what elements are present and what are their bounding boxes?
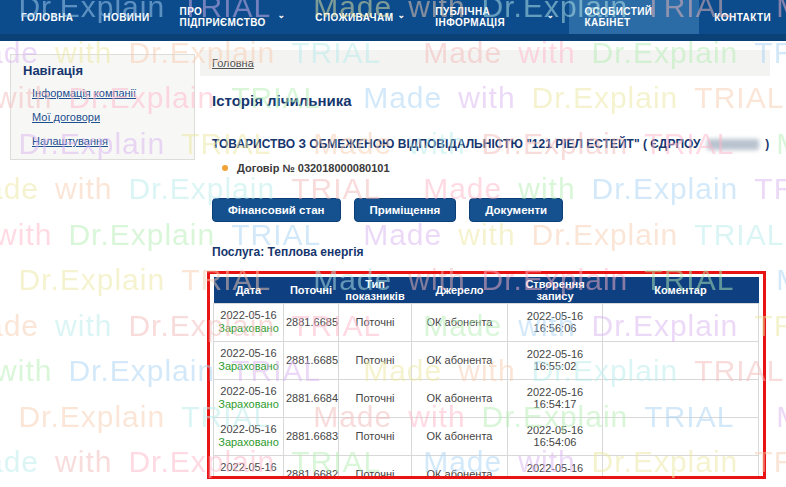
cell-type: Поточні — [339, 341, 412, 379]
cell-source: ОК абонента — [412, 455, 508, 479]
status-credited: Зараховано — [216, 322, 281, 335]
table-row: 2022-05-16Зараховано2881.6685ПоточніОК а… — [214, 303, 759, 341]
breadcrumb: Головна — [200, 50, 770, 76]
nav-item[interactable]: ПУБЛІЧНА ІНФОРМАЦІЯ⌄ — [420, 0, 569, 34]
sidebar-title: Навігація — [23, 63, 182, 78]
cell-comment — [603, 341, 759, 379]
tab-button[interactable]: Фінансовий стан — [212, 198, 341, 222]
watermark-row: MadewithDr.ExplainTRIALMadewithDr.Explai… — [0, 218, 786, 252]
cell-type: Поточні — [339, 417, 412, 455]
meter-history-table: ДатаПоточніТип показниківДжерелоСтворенн… — [213, 277, 759, 479]
cell-type: Поточні — [339, 303, 412, 341]
edrpou-masked-value — [707, 139, 759, 150]
nav-item[interactable]: СПОЖИВАЧАМ⌄ — [300, 0, 420, 34]
status-credited: Зараховано — [216, 360, 281, 373]
column-header: Створення запису — [508, 277, 603, 303]
cell-date: 2022-05-16Зараховано — [214, 455, 284, 479]
cell-value: 2881.6685 — [284, 303, 339, 341]
company-heading: ТОВАРИСТВО З ОБМЕЖЕНОЮ ВІДПОВІДАЛЬНІСТЮ … — [212, 137, 769, 151]
status-credited: Зараховано — [216, 398, 281, 411]
column-header: Коментар — [603, 277, 759, 303]
cell-source: ОК абонента — [412, 303, 508, 341]
cell-value: 2881.6684 — [284, 379, 339, 417]
company-name: ТОВАРИСТВО З ОБМЕЖЕНОЮ ВІДПОВІДАЛЬНІСТЮ … — [212, 137, 701, 151]
table-row: 2022-05-16Зараховано2881.6684ПоточніОК а… — [214, 379, 759, 417]
cell-type: Поточні — [339, 379, 412, 417]
nav-item[interactable]: ПРО ПІДПРИЄМСТВО⌄ — [165, 0, 301, 34]
highlight-rectangle: ДатаПоточніТип показниківДжерелоСтворенн… — [207, 271, 766, 479]
cell-comment — [603, 379, 759, 417]
table-header-row: ДатаПоточніТип показниківДжерелоСтворенн… — [214, 277, 759, 303]
cell-source: ОК абонента — [412, 417, 508, 455]
chevron-down-icon: ⌄ — [397, 10, 405, 20]
page-title: Історія лічильника — [212, 92, 352, 109]
cell-value: 2881.6683 — [284, 417, 339, 455]
sidebar-link[interactable]: Інформація компанії — [32, 87, 182, 99]
column-header: Дата — [214, 277, 284, 303]
cell-date: 2022-05-16Зараховано — [214, 341, 284, 379]
cell-value: 2881.6685 — [284, 341, 339, 379]
chevron-down-icon: ⌄ — [546, 10, 554, 20]
cell-type: Поточні — [339, 455, 412, 479]
cell-value: 2881.6682 — [284, 455, 339, 479]
table-body: 2022-05-16Зараховано2881.6685ПоточніОК а… — [214, 303, 759, 479]
breadcrumb-home-link[interactable]: Головна — [212, 57, 254, 69]
sidebar-link[interactable]: Налаштування — [32, 135, 182, 147]
cell-date: 2022-05-16Зараховано — [214, 417, 284, 455]
sidebar-link[interactable]: Мої договори — [32, 111, 182, 123]
cell-created: 2022-05-16 16:53:54 — [508, 455, 603, 479]
tab-button[interactable]: Приміщення — [354, 198, 457, 222]
sidebar-links: Інформація компаніїМої договориНалаштува… — [23, 87, 182, 147]
cell-created: 2022-05-16 16:54:06 — [508, 417, 603, 455]
table-row: 2022-05-16Зараховано2881.6683ПоточніОК а… — [214, 417, 759, 455]
nav-item[interactable]: ГОЛОВНА — [6, 0, 88, 34]
top-nav: ГОЛОВНАНОВИНИПРО ПІДПРИЄМСТВО⌄СПОЖИВАЧАМ… — [0, 0, 786, 34]
cell-created: 2022-05-16 16:54:17 — [508, 379, 603, 417]
action-buttons: Фінансовий станПриміщенняДокументи — [212, 198, 563, 222]
company-suffix: ) — [765, 137, 769, 151]
bullet-icon — [222, 165, 228, 171]
cell-comment — [603, 455, 759, 479]
table-row: 2022-05-16Зараховано2881.6685ПоточніОК а… — [214, 341, 759, 379]
cell-comment — [603, 303, 759, 341]
nav-item[interactable]: ОСОБИСТИЙ КАБІНЕТ — [569, 0, 699, 34]
cell-created: 2022-05-16 16:56:06 — [508, 303, 603, 341]
top-nav-strip — [0, 34, 786, 41]
chevron-down-icon: ⌄ — [277, 10, 285, 20]
column-header: Джерело — [412, 277, 508, 303]
status-credited: Зараховано — [216, 436, 281, 449]
nav-item[interactable]: НОВИНИ — [88, 0, 164, 34]
cell-source: ОК абонента — [412, 341, 508, 379]
service-label: Послуга: Теплова енергія — [212, 245, 364, 259]
column-header: Поточні — [284, 277, 339, 303]
cell-comment — [603, 417, 759, 455]
cell-created: 2022-05-16 16:55:02 — [508, 341, 603, 379]
contract-item: Договір № 032018000080101 — [222, 162, 390, 174]
column-header: Тип показників — [339, 277, 412, 303]
contract-number: Договір № 032018000080101 — [237, 162, 390, 174]
sidebar-navigation: Навігація Інформація компаніїМої договор… — [10, 54, 195, 160]
cell-date: 2022-05-16Зараховано — [214, 379, 284, 417]
table-row: 2022-05-16Зараховано2881.6682ПоточніОК а… — [214, 455, 759, 479]
nav-item[interactable]: КОНТАКТИ — [699, 0, 786, 34]
cell-date: 2022-05-16Зараховано — [214, 303, 284, 341]
cell-source: ОК абонента — [412, 379, 508, 417]
status-credited: Зараховано — [216, 474, 281, 479]
tab-button[interactable]: Документи — [469, 198, 563, 222]
